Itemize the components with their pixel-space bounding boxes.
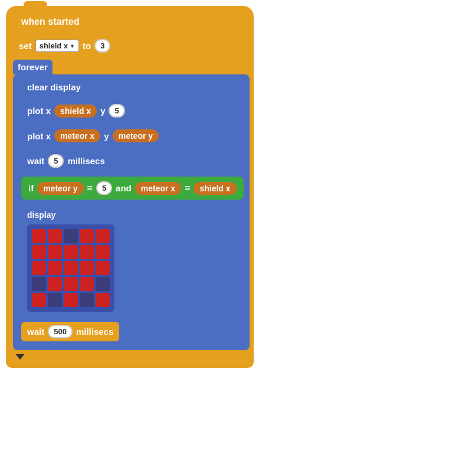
plot1-block[interactable]: plot x shield x y 5 <box>21 101 131 120</box>
play-arrow-icon[interactable] <box>15 354 25 360</box>
shield-x-dropdown[interactable]: shield x ▼ <box>35 40 79 52</box>
plot2-row: plot x meteor x y meteor y <box>21 126 244 148</box>
wait1-row: wait 5 millisecs <box>21 151 244 173</box>
led-1-4 <box>96 245 110 259</box>
led-1-3 <box>80 245 94 259</box>
led-1-0 <box>32 245 46 259</box>
meteor-y-pill[interactable]: meteor y <box>113 129 159 142</box>
forever-inner: clear display plot x shield x y 5 <box>13 74 250 350</box>
if-shield-x-pill[interactable]: shield x <box>194 182 236 195</box>
led-3-4 <box>96 277 110 291</box>
if-meteor-x-pill[interactable]: meteor x <box>135 182 181 195</box>
if-and: and <box>116 183 132 193</box>
if-eq2: = <box>185 183 190 194</box>
wait1-unit: millisecs <box>67 156 104 166</box>
when-started-block[interactable]: when started <box>13 12 88 32</box>
if-label: if <box>28 183 34 193</box>
plot1-y-value[interactable]: 5 <box>109 104 124 118</box>
wait2-block[interactable]: wait 500 millisecs <box>21 322 119 341</box>
led-2-3 <box>80 261 94 275</box>
set-label: set <box>19 41 32 51</box>
led-0-3 <box>80 229 94 243</box>
led-2-2 <box>64 261 78 275</box>
scratch-program: when started set shield x ▼ to 3 foreve <box>6 6 254 368</box>
wait2-label: wait <box>27 327 44 337</box>
led-0-1 <box>48 229 62 243</box>
led-1-2 <box>64 245 78 259</box>
led-3-0 <box>32 277 46 291</box>
led-2-4 <box>96 261 110 275</box>
dropdown-value: shield x <box>40 41 68 50</box>
shield-x-pill[interactable]: shield x <box>54 105 97 118</box>
forever-row: forever clear display plot x <box>13 60 247 350</box>
when-started-label: when started <box>21 17 80 27</box>
meteor-x-pill[interactable]: meteor x <box>54 129 100 142</box>
forever-block[interactable]: forever clear display plot x <box>13 60 250 350</box>
clear-display-row: clear display <box>21 79 244 97</box>
wait2-value[interactable]: 500 <box>48 325 73 338</box>
if-val1[interactable]: 5 <box>96 181 112 195</box>
led-0-2 <box>64 229 78 243</box>
led-grid <box>27 224 114 312</box>
led-2-1 <box>48 261 62 275</box>
led-4-0 <box>32 293 46 307</box>
led-4-1 <box>48 293 62 307</box>
wait2-row: wait 500 millisecs <box>21 322 244 344</box>
if-meteor-y-pill[interactable]: meteor y <box>37 182 83 195</box>
if-row: if meteor y = 5 and meteor x <box>21 177 244 202</box>
plot2-block[interactable]: plot x meteor x y meteor y <box>21 126 165 145</box>
to-label: to <box>83 41 91 51</box>
wait1-value[interactable]: 5 <box>48 154 64 168</box>
display-label: display <box>27 210 114 220</box>
led-4-4 <box>96 293 110 307</box>
outer-orange-block: when started set shield x ▼ to 3 foreve <box>6 6 254 368</box>
led-3-3 <box>80 277 94 291</box>
dropdown-arrow-icon: ▼ <box>70 43 75 49</box>
led-4-2 <box>64 293 78 307</box>
plot1-row: plot x shield x y 5 <box>21 101 244 123</box>
plot2-x-label: plot x <box>27 131 51 141</box>
led-0-4 <box>96 229 110 243</box>
wait1-label: wait <box>27 156 44 166</box>
display-block[interactable]: display <box>21 206 120 317</box>
led-0-0 <box>32 229 46 243</box>
plot1-y-label: y <box>100 106 105 116</box>
plot1-x-label: plot x <box>27 106 51 116</box>
wait1-block[interactable]: wait 5 millisecs <box>21 151 111 171</box>
set-value[interactable]: 3 <box>94 39 110 53</box>
led-3-2 <box>64 277 78 291</box>
plot2-y-label: y <box>104 131 109 141</box>
led-2-0 <box>32 261 46 275</box>
set-block[interactable]: set shield x ▼ to 3 <box>13 36 116 56</box>
led-4-3 <box>80 293 94 307</box>
when-started-row: when started <box>13 12 247 34</box>
clear-display-block[interactable]: clear display <box>21 79 87 95</box>
led-1-1 <box>48 245 62 259</box>
if-block[interactable]: if meteor y = 5 and meteor x <box>21 177 244 200</box>
display-row: display <box>21 206 244 318</box>
led-3-1 <box>48 277 62 291</box>
forever-label: forever <box>13 60 53 74</box>
clear-display-label: clear display <box>27 82 81 92</box>
if-eq1: = <box>87 183 93 194</box>
set-block-row: set shield x ▼ to 3 <box>13 36 247 58</box>
wait2-unit: millisecs <box>76 327 113 337</box>
